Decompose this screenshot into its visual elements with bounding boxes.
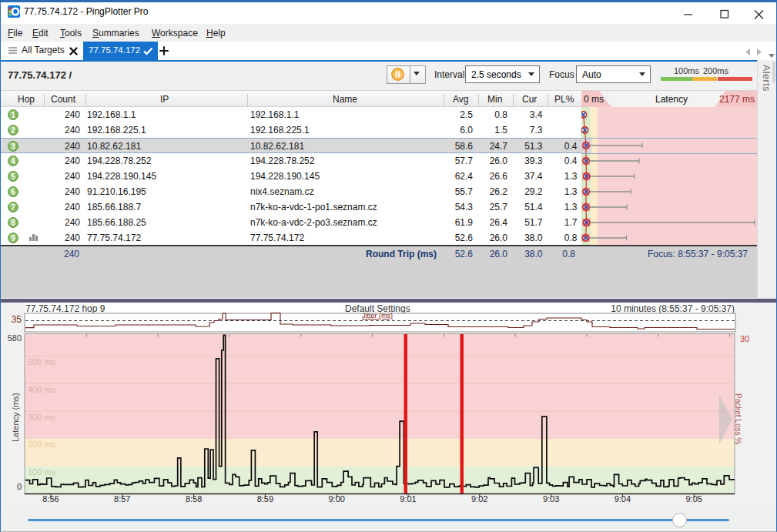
svg-text:Jitter (ms): Jitter (ms) — [362, 312, 393, 320]
svg-text:500 ms: 500 ms — [28, 357, 56, 366]
svg-text:8:59: 8:59 — [257, 494, 273, 504]
svg-text:8:58: 8:58 — [186, 494, 202, 504]
svg-text:9:00: 9:00 — [328, 494, 344, 504]
svg-text:580: 580 — [8, 333, 22, 343]
svg-text:9:03: 9:03 — [543, 494, 559, 504]
svg-text:9:01: 9:01 — [400, 494, 416, 504]
svg-text:8:56: 8:56 — [42, 494, 59, 504]
svg-text:8:57: 8:57 — [114, 494, 130, 504]
svg-text:9:02: 9:02 — [471, 494, 487, 504]
svg-text:100 ms: 100 ms — [28, 467, 56, 477]
svg-text:9:05: 9:05 — [685, 494, 702, 504]
svg-text:400 ms: 400 ms — [28, 385, 56, 394]
svg-text:0: 0 — [17, 482, 22, 491]
svg-text:200 ms: 200 ms — [28, 440, 56, 449]
svg-text:30: 30 — [740, 334, 749, 343]
svg-text:9:04: 9:04 — [615, 494, 631, 504]
svg-text:300 ms: 300 ms — [28, 413, 56, 422]
svg-text:35: 35 — [12, 314, 22, 325]
